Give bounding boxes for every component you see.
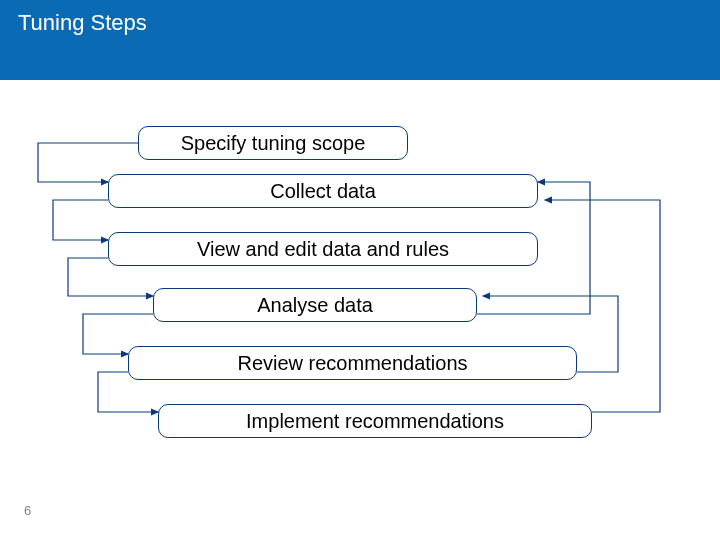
page-number: 6 xyxy=(24,503,31,518)
step-analyse-data: Analyse data xyxy=(153,288,477,322)
step-label: View and edit data and rules xyxy=(197,238,449,261)
step-review-recommendations: Review recommendations xyxy=(128,346,577,380)
step-label: Implement recommendations xyxy=(246,410,504,433)
step-label: Analyse data xyxy=(257,294,373,317)
tuning-steps-diagram: Specify tuning scope Collect data View a… xyxy=(0,110,720,530)
page-title: Tuning Steps xyxy=(18,10,702,36)
step-specify-tuning-scope: Specify tuning scope xyxy=(138,126,408,160)
step-collect-data: Collect data xyxy=(108,174,538,208)
step-implement-recommendations: Implement recommendations xyxy=(158,404,592,438)
step-label: Review recommendations xyxy=(237,352,467,375)
step-label: Collect data xyxy=(270,180,376,203)
step-label: Specify tuning scope xyxy=(181,132,366,155)
slide-header: Tuning Steps xyxy=(0,0,720,80)
step-view-edit-data-rules: View and edit data and rules xyxy=(108,232,538,266)
